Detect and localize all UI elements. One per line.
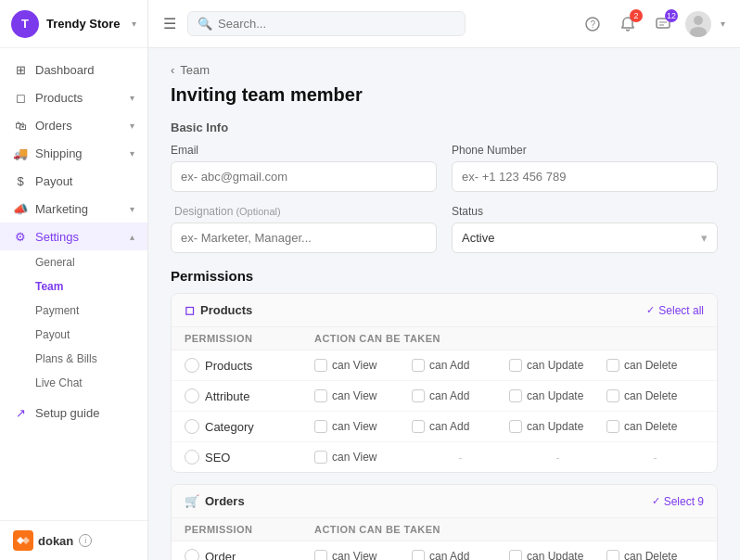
- can-add-category: can Add: [412, 420, 509, 433]
- select-all-orders-check-icon: ✓: [652, 495, 660, 507]
- topbar: ☰ 🔍 ? 2 12 ▾: [148, 0, 740, 48]
- sidebar-item-label: Payout: [35, 174, 72, 188]
- status-label: Status: [452, 205, 718, 218]
- sidebar-item-setup-guide[interactable]: ↗ Setup guide: [0, 399, 147, 426]
- content-area: ‹ Team Inviting team member Basic Info E…: [148, 48, 740, 560]
- designation-label: Designation(Optional): [171, 205, 437, 218]
- checkbox-add-order[interactable]: [412, 550, 425, 560]
- checkbox-update-products[interactable]: [509, 359, 522, 372]
- checkbox-view-order[interactable]: [314, 550, 327, 560]
- breadcrumb-arrow-icon: ‹: [171, 63, 174, 77]
- sidebar-item-label: Settings: [35, 230, 79, 244]
- checkbox-delete-attribute[interactable]: [606, 389, 619, 402]
- perm-actions-category: can View can Add can Update can Delete: [314, 420, 704, 433]
- sidebar-item-settings[interactable]: ⚙ Settings ▴: [0, 223, 147, 250]
- search-input[interactable]: [218, 17, 455, 31]
- dokan-brand-icon: [13, 530, 33, 551]
- dokan-brand-text: dokan: [38, 534, 73, 548]
- sidebar-header[interactable]: T Trendy Store ▾: [0, 0, 147, 48]
- perm-check-category[interactable]: [185, 419, 199, 434]
- sidebar-sub-team[interactable]: Team: [0, 274, 147, 299]
- orders-section-title: 🛒 Orders: [185, 494, 245, 508]
- status-value: Active: [462, 231, 494, 245]
- sidebar-item-shipping[interactable]: 🚚 Shipping ▾: [0, 139, 147, 167]
- sidebar-sub-general[interactable]: General: [0, 250, 147, 274]
- checkbox-delete-products[interactable]: [606, 359, 619, 372]
- search-box[interactable]: 🔍: [187, 11, 466, 36]
- sidebar-sub-payout[interactable]: Payout: [0, 323, 147, 347]
- sidebar-item-dashboard[interactable]: ⊞ Dashboard: [0, 56, 147, 83]
- checkbox-update-order[interactable]: [509, 550, 522, 560]
- sidebar-item-marketing[interactable]: 📣 Marketing ▾: [0, 195, 147, 223]
- perm-check-seo[interactable]: [185, 450, 199, 465]
- can-delete-products: can Delete: [606, 359, 704, 372]
- user-avatar[interactable]: [685, 11, 711, 37]
- orders-select-all[interactable]: ✓ Select 9: [652, 495, 704, 508]
- can-delete-attribute: can Delete: [606, 389, 704, 402]
- sidebar-item-orders[interactable]: 🛍 Orders ▾: [0, 111, 147, 139]
- permissions-products-section: ◻ Products ✓ Select all PERMISSION ACTIO…: [171, 293, 718, 473]
- can-delete-category: can Delete: [606, 420, 704, 433]
- can-update-label: can Update: [527, 359, 583, 372]
- products-section-label: Products: [200, 303, 252, 317]
- messages-icon[interactable]: 12: [650, 11, 676, 37]
- products-section-title: ◻ Products: [185, 303, 252, 317]
- orders-section-label: Orders: [205, 494, 245, 508]
- message-badge: 12: [665, 9, 678, 22]
- table-row: Order can View can Add can Update can De…: [172, 541, 717, 560]
- perm-check-attribute[interactable]: [185, 388, 199, 403]
- products-select-all[interactable]: ✓ Select all: [646, 304, 704, 317]
- email-input[interactable]: [171, 161, 437, 192]
- checkbox-add-products[interactable]: [412, 359, 425, 372]
- breadcrumb-parent[interactable]: Team: [180, 63, 210, 77]
- status-select[interactable]: Active ▾: [452, 223, 718, 253]
- notifications-icon[interactable]: 2: [615, 11, 641, 37]
- sidebar-sub-live-chat[interactable]: Live Chat: [0, 371, 147, 395]
- checkbox-add-category[interactable]: [412, 420, 425, 433]
- perm-label-category: Category: [205, 420, 254, 434]
- perm-label-attribute: Attribute: [205, 389, 249, 403]
- can-update-category: can Update: [509, 420, 606, 433]
- phone-label: Phone Number: [452, 144, 718, 157]
- sidebar-footer: dokan i: [0, 520, 147, 560]
- checkbox-delete-order[interactable]: [606, 550, 619, 560]
- payout-icon: $: [13, 173, 28, 188]
- checkbox-update-category[interactable]: [509, 420, 522, 433]
- perm-name-category: Category: [185, 419, 314, 434]
- designation-field: Designation(Optional): [171, 205, 437, 253]
- svg-point-4: [694, 16, 703, 25]
- sidebar-item-payout[interactable]: $ Payout: [0, 167, 147, 195]
- perm-actions-products: can View can Add can Update can Delete: [314, 359, 704, 372]
- permissions-title: Permissions: [171, 268, 718, 284]
- orders-section-icon: 🛒: [185, 494, 199, 508]
- sidebar-sub-payment[interactable]: Payment: [0, 299, 147, 323]
- store-avatar: T: [11, 10, 39, 38]
- col-action-orders-label: ACTION CAN BE TAKEN: [314, 524, 704, 535]
- checkbox-view-attribute[interactable]: [314, 389, 327, 402]
- perm-actions-order: can View can Add can Update can Delete: [314, 550, 704, 560]
- settings-icon: ⚙: [13, 229, 28, 244]
- checkbox-view-seo[interactable]: [314, 451, 327, 464]
- form-row-email-phone: Email Phone Number: [171, 144, 718, 192]
- phone-input[interactable]: [452, 161, 718, 192]
- sidebar-item-products[interactable]: ◻ Products ▾: [0, 83, 147, 111]
- select-all-check-icon: ✓: [646, 304, 655, 316]
- sidebar-item-label: Shipping: [35, 146, 83, 160]
- can-delete-order: can Delete: [606, 550, 704, 560]
- info-icon[interactable]: i: [79, 534, 92, 547]
- checkbox-delete-category[interactable]: [606, 420, 619, 433]
- hamburger-icon[interactable]: ☰: [163, 15, 176, 32]
- checkbox-view-category[interactable]: [314, 420, 327, 433]
- designation-input[interactable]: [171, 223, 437, 253]
- sidebar-sub-plans[interactable]: Plans & Bills: [0, 347, 147, 371]
- checkbox-view-products[interactable]: [314, 359, 327, 372]
- perm-check-products[interactable]: [185, 358, 199, 373]
- help-icon[interactable]: ?: [580, 11, 606, 37]
- products-table-header: PERMISSION ACTION CAN BE TAKEN: [172, 327, 717, 350]
- perm-check-order[interactable]: [185, 549, 199, 560]
- sidebar-item-label: Products: [35, 91, 83, 105]
- checkbox-add-attribute[interactable]: [412, 389, 425, 402]
- email-field: Email: [171, 144, 437, 192]
- checkbox-update-attribute[interactable]: [509, 389, 522, 402]
- dash-add-seo: -: [412, 451, 509, 465]
